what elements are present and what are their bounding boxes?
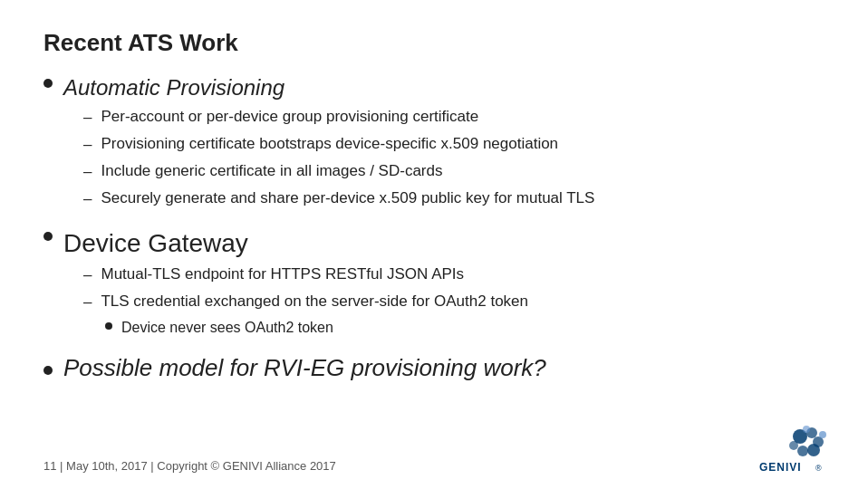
device-gateway-subitems: – Mutual-TLS endpoint for HTTPS RESTful … — [83, 264, 528, 338]
list-item: – Per-account or per-device group provis… — [83, 106, 594, 129]
bullet-dot-2 — [43, 232, 53, 241]
sub-item-text: Include generic certificate in all image… — [101, 160, 442, 182]
slide-container: Recent ATS Work Automatic Provisioning –… — [0, 0, 868, 489]
nested-item: Device never sees OAuth2 token — [105, 318, 528, 338]
page-number: 11 — [43, 459, 56, 473]
footer-copyright: Copyright © GENIVI Alliance 2017 — [157, 459, 335, 473]
svg-text:GENIVI: GENIVI — [759, 461, 802, 474]
genivi-logo: GENIVI ® — [750, 426, 832, 480]
footer-date: May 10th, 2017 — [66, 459, 148, 473]
genivi-logo-svg: GENIVI ® — [750, 426, 832, 482]
bullet-dot-1 — [43, 79, 53, 88]
list-item: – Include generic certificate in all ima… — [83, 160, 594, 183]
dash-icon-1: – — [83, 107, 92, 129]
sub-item-text: Securely generate and share per-device x… — [101, 187, 594, 209]
section-possible-model: Possible model for RVI-EG provisioning w… — [43, 354, 825, 382]
section-device-gateway: Device Gateway – Mutual-TLS endpoint for… — [43, 226, 825, 346]
list-item: – Mutual-TLS endpoint for HTTPS RESTful … — [83, 264, 528, 286]
bullet-dot-nested — [105, 322, 112, 330]
possible-model-text: Possible model for RVI-EG provisioning w… — [63, 354, 546, 382]
device-gateway-label: Device Gateway — [63, 226, 528, 261]
footer: 11 | May 10th, 2017 | Copyright © GENIVI… — [43, 459, 336, 473]
svg-point-4 — [797, 446, 808, 456]
list-item: – TLS credential exchanged on the server… — [83, 291, 528, 313]
dash-icon-6: – — [83, 292, 92, 313]
slide-title: Recent ATS Work — [43, 29, 825, 57]
sub-item-text: Per-account or per-device group provisio… — [101, 106, 478, 128]
dash-icon-5: – — [83, 264, 92, 286]
sub-item-text: Mutual-TLS endpoint for HTTPS RESTful JS… — [101, 264, 464, 285]
svg-point-6 — [819, 431, 826, 438]
svg-point-5 — [789, 441, 798, 450]
sub-item-text: Provisioning certificate bootstraps devi… — [101, 133, 558, 155]
automatic-provisioning-label: Automatic Provisioning — [63, 73, 594, 102]
list-item: – Securely generate and share per-device… — [83, 187, 594, 210]
bullet-dot-3 — [43, 366, 53, 375]
dash-icon-3: – — [83, 161, 92, 183]
nested-item-text: Device never sees OAuth2 token — [121, 318, 333, 338]
list-item: – Provisioning certificate bootstraps de… — [83, 133, 594, 156]
svg-point-7 — [803, 426, 810, 433]
dash-icon-4: – — [83, 188, 92, 210]
sub-item-text: TLS credential exchanged on the server-s… — [101, 291, 528, 312]
svg-point-3 — [807, 444, 820, 456]
automatic-provisioning-subitems: – Per-account or per-device group provis… — [83, 106, 594, 209]
section-automatic-provisioning: Automatic Provisioning – Per-account or … — [43, 73, 825, 217]
svg-text:®: ® — [815, 464, 822, 473]
dash-icon-2: – — [83, 134, 92, 156]
